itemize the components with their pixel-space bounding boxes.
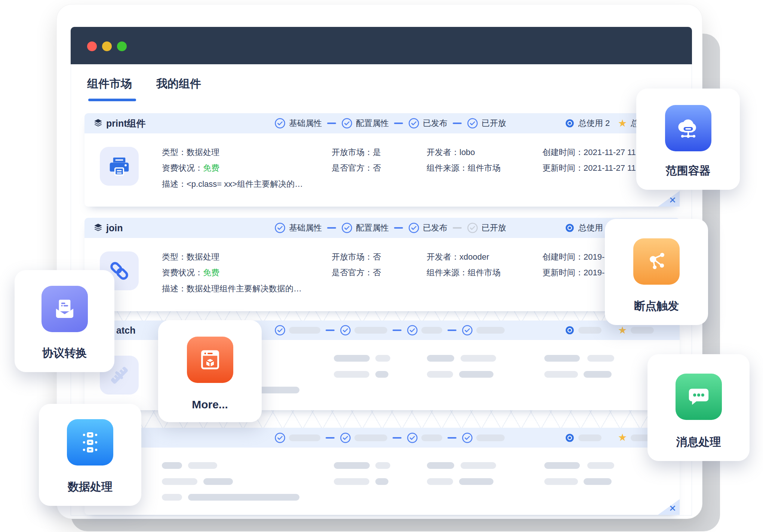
step-connector (394, 123, 403, 124)
step-badges-skeleton (274, 428, 505, 448)
component-card-join[interactable]: join 基础属性 配置属性 已发布 已开放 总使用 6 ★ 总评 (84, 218, 680, 311)
star-icon: ★ (618, 118, 627, 129)
feature-card-label: 数据处理 (39, 479, 141, 495)
close-button[interactable] (87, 41, 97, 51)
field-created: 创建时间：2019-1 (542, 251, 609, 263)
check-circle-icon (462, 325, 473, 336)
step-connector (453, 227, 462, 229)
check-circle-icon (408, 118, 419, 129)
check-circle-icon (341, 222, 353, 233)
field-created: 创建时间：2021-11-27 11:2 (542, 147, 643, 158)
field-open-market: 开放市场：是 (332, 147, 381, 158)
component-card-skeleton[interactable]: ★ ✕ (84, 428, 680, 515)
step-connector (394, 227, 403, 229)
skeleton-pill (427, 371, 453, 378)
skeleton-pill (421, 434, 442, 441)
feature-card-message-processing: 消息处理 (647, 354, 750, 461)
skeleton-pill (459, 478, 493, 485)
check-circle-icon (467, 118, 478, 129)
store-box-icon (187, 337, 233, 383)
check-circle-icon (274, 325, 286, 336)
step-label: 已开放 (482, 118, 506, 129)
active-tab-underline (88, 99, 136, 101)
check-circle-icon (462, 432, 473, 443)
usage-counter: 总使用 2 (565, 113, 610, 133)
skeleton-pill (476, 434, 505, 441)
close-card-icon: ✕ (669, 195, 676, 205)
inbox-document-icon (41, 286, 88, 332)
skeleton-pill (427, 478, 453, 485)
skeleton-pill (587, 355, 614, 362)
skeleton-pill (544, 462, 580, 469)
star-icon: ★ (618, 325, 627, 335)
skeleton-pill (584, 478, 612, 485)
step-connector (327, 227, 336, 229)
step-connector (393, 330, 402, 331)
card-header: print组件 基础属性 配置属性 已发布 已开放 总使用 2 ★ 总评 (84, 113, 680, 133)
skeleton-pill (334, 355, 370, 362)
collapse-corner[interactable]: ✕ (658, 191, 680, 207)
minimize-button[interactable] (102, 41, 112, 51)
step-label: 已发布 (423, 222, 447, 233)
step-connector (447, 437, 456, 439)
step-connector (327, 123, 336, 124)
check-circle-icon (274, 118, 286, 129)
skeleton-pill (461, 462, 496, 469)
skeleton-pill (334, 462, 370, 469)
check-circle-icon (274, 222, 286, 233)
step-label: 已开放 (482, 222, 506, 233)
skeleton-pill (461, 355, 496, 362)
step-label: 配置属性 (356, 118, 389, 129)
usage-counter-skeleton (565, 321, 602, 340)
field-type: 类型：数据处理 (162, 147, 219, 158)
skeleton-pill (354, 434, 387, 441)
usage-icon (565, 118, 575, 128)
usage-counter-skeleton (565, 428, 602, 448)
chat-dots-icon (676, 374, 722, 420)
feature-card-breakpoint-trigger: 断点触发 (605, 219, 708, 325)
step-badges: 基础属性 配置属性 已发布 已开放 (274, 218, 506, 238)
field-description: 描述：<p.class= xx>组件主要解决的… (162, 179, 303, 190)
card-title-fragment: atch (116, 321, 135, 340)
check-circle-icon (408, 222, 419, 233)
check-circle-icon (407, 325, 418, 336)
feature-card-label: 协议转换 (15, 346, 114, 361)
maximize-button[interactable] (117, 41, 127, 51)
step-badges: 基础属性 配置属性 已发布 已开放 (274, 113, 506, 133)
feature-card-protocol-conversion: 协议转换 (15, 270, 114, 372)
check-circle-icon (340, 432, 351, 443)
feature-card-scope-container: 范围容器 (636, 89, 740, 190)
cloud-network-icon (665, 105, 711, 151)
step-connector (447, 330, 456, 331)
field-fee: 资费状况：免费 (162, 163, 219, 174)
window-titlebar (71, 27, 692, 64)
check-circle-icon (407, 432, 418, 443)
skeleton-pill (375, 478, 388, 485)
component-card-print[interactable]: print组件 基础属性 配置属性 已发布 已开放 总使用 2 ★ 总评 (84, 113, 680, 207)
usage-counter: 总使用 6 (565, 218, 610, 238)
field-updated: 更新时间：2021-11-27 11:2 (542, 163, 643, 174)
feature-card-data-processing: 数据处理 (39, 404, 141, 506)
tab-component-market[interactable]: 组件市场 (87, 76, 132, 92)
skeleton-pill (375, 371, 388, 378)
skeleton-pill (544, 371, 578, 378)
skeleton-pill (578, 327, 602, 334)
skeleton-pill (476, 327, 505, 334)
skeleton-pill (334, 371, 369, 378)
field-updated: 更新时间：2019-1 (542, 267, 609, 278)
step-connector (453, 123, 462, 124)
window-body: 组件市场 我的组件 print组件 基础属性 配置属性 已发布 已开放 (71, 64, 692, 516)
skeleton-pill (421, 327, 442, 334)
skeleton-pill (162, 494, 182, 501)
collapse-corner[interactable]: ✕ (658, 499, 680, 515)
close-card-icon: ✕ (669, 503, 676, 514)
skeleton-pill (188, 462, 217, 469)
feature-card-label: 断点触发 (605, 299, 708, 314)
tab-my-components[interactable]: 我的组件 (156, 76, 201, 92)
usage-icon (565, 223, 575, 233)
step-label: 基础属性 (289, 222, 322, 233)
layers-icon (93, 223, 103, 234)
feature-card-more: More... (158, 320, 262, 422)
field-source: 组件来源：组件市场 (427, 163, 501, 174)
skeleton-pill (162, 478, 197, 485)
